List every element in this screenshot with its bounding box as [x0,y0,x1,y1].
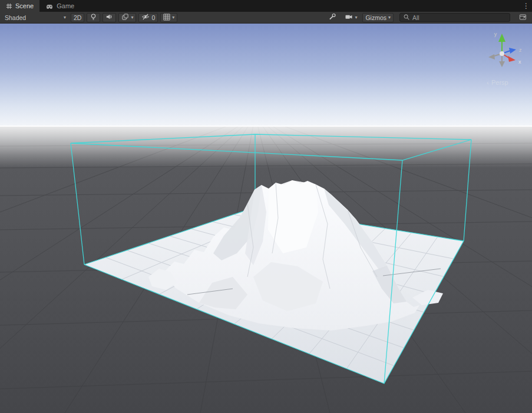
search-icon [403,12,410,23]
persp-arrow-icon[interactable]: ‹ [487,79,489,86]
scene-visibility-button[interactable]: 0 [138,13,158,22]
sky [0,22,532,127]
axis-z-label: z [519,47,522,53]
horizon-fog [0,125,532,168]
chevron-down-icon: ▾ [131,15,133,20]
persp-label-text: Persp [491,79,508,86]
toggle-2d-label: 2D [74,14,81,21]
kebab-menu-icon[interactable]: ⋮ [520,0,532,12]
scene-grid-icon [6,3,12,9]
camera-settings-button[interactable]: ▾ [342,13,360,22]
scene-viewport[interactable]: y z x ‹ Persp [0,0,532,413]
shading-mode-label: Shaded [5,14,26,21]
tab-bar-spacer [80,0,520,12]
lightbulb-icon [90,13,97,22]
axis-x-label: x [518,59,521,65]
scene-3d-canvas[interactable]: y z x ‹ Persp [0,0,532,413]
wrench-icon [328,13,336,22]
toggle-2d-button[interactable]: 2D [71,13,84,22]
scene-search-field[interactable] [399,13,510,22]
chevron-down-icon: ▾ [172,15,174,20]
audio-icon [105,13,113,22]
chevron-down-icon: ▾ [388,15,391,20]
scene-tools-button[interactable] [325,13,339,22]
lighting-toggle-button[interactable] [87,13,100,22]
shading-mode-dropdown[interactable]: Shaded ▾ [2,13,68,22]
window-overlay-button[interactable] [516,13,530,22]
grid-icon [163,14,170,22]
chevron-down-icon: ▾ [355,15,357,20]
gamepad-icon [45,3,54,9]
effects-icon [121,13,129,22]
search-input[interactable] [412,14,495,21]
grid-settings-button[interactable]: ▾ [160,13,177,22]
tab-scene-label: Scene [15,2,34,9]
camera-icon [345,14,353,21]
effects-dropdown-button[interactable]: ▾ [118,13,136,22]
audio-toggle-button[interactable] [103,13,116,22]
tab-scene[interactable]: Scene [0,0,39,12]
scene-toolbar: Shaded ▾ 2D ▾ 0 ▾ [0,12,532,24]
tab-game-label: Game [57,2,74,9]
gizmo-center[interactable] [500,51,504,56]
gizmos-dropdown[interactable]: Gizmos ▾ [362,13,394,22]
chevron-down-icon: ▾ [64,15,66,20]
window-icon [519,14,527,22]
gizmos-label: Gizmos [365,14,386,21]
tab-bar: Scene Game ⋮ [0,0,532,12]
tab-game[interactable]: Game [39,0,80,12]
hidden-object-count: 0 [151,14,155,21]
eye-off-icon [141,13,150,22]
axis-y-label: y [494,31,497,37]
